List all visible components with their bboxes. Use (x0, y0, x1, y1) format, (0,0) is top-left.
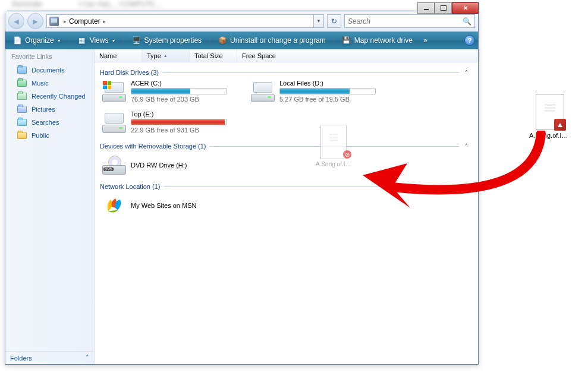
collapse-icon[interactable]: ˄ (463, 184, 473, 190)
toolbar: 📄 Organize ▼ ▦ Views ▼ 🖥️ System propert… (5, 31, 478, 49)
sidebar-item-music[interactable]: Music (5, 77, 94, 90)
refresh-button[interactable]: ↻ (327, 14, 341, 28)
uninstall-icon: 📦 (218, 36, 227, 45)
breadcrumb-location[interactable]: Computer (69, 17, 100, 26)
organize-button[interactable]: 📄 Organize ▼ (8, 34, 65, 47)
sidebar-item-recently-changed[interactable]: Recently Changed (5, 90, 94, 103)
toolbar-label: Uninstall or change a program (230, 36, 326, 45)
sidebar-item-label: Documents (32, 67, 65, 74)
address-bar-row: ◄ ► ▸ Computer ▸ ▼ ↻ 🔍 (5, 11, 478, 31)
computer-icon (49, 17, 59, 26)
desktop-file-pdf[interactable]: A.Song.of.Ic… (529, 94, 571, 139)
column-total-size[interactable]: Total Size (190, 49, 237, 62)
group-title: Devices with Removable Storage (1) (100, 143, 206, 150)
drag-ghost-file: ⊘ A.Song.of.Ic… (316, 125, 351, 167)
searches-icon (17, 118, 27, 127)
minimize-button[interactable] (417, 2, 435, 14)
help-button[interactable]: ? (464, 35, 475, 46)
column-headers: Name Type▲ Total Size Free Space (95, 49, 478, 62)
drive-c[interactable]: ACER (C:) 76.9 GB free of 203 GB (102, 80, 227, 103)
recent-icon (17, 91, 27, 101)
map-drive-button[interactable]: 💾 Map network drive (338, 34, 417, 47)
views-icon: ▦ (77, 36, 87, 45)
capacity-bar (131, 88, 227, 94)
chevron-down-icon: ▼ (111, 39, 115, 43)
chevron-right-icon[interactable]: ▸ (100, 18, 108, 24)
pdf-badge-icon (554, 119, 566, 131)
breadcrumb[interactable]: ▸ Computer ▸ ▼ (46, 14, 324, 28)
sidebar-item-public[interactable]: Public (5, 129, 94, 142)
chevron-down-icon: ▼ (57, 39, 61, 43)
views-button[interactable]: ▦ Views ▼ (73, 34, 120, 47)
column-type[interactable]: Type▲ (142, 49, 190, 62)
sidebar-item-label: Pictures (32, 106, 55, 113)
drive-e[interactable]: Top (E:) 22.9 GB free of 931 GB (102, 110, 227, 134)
toolbar-label: Organize (25, 36, 54, 45)
drive-free: 5.27 GB free of 19.5 GB (279, 96, 376, 103)
more-button[interactable]: » (419, 34, 432, 46)
sidebar: Favorite Links Documents Music Recently … (5, 49, 95, 364)
drive-name: Top (E:) (131, 110, 227, 118)
toolbar-label: Map network drive (354, 36, 413, 45)
collapse-icon[interactable]: ˄ (463, 143, 473, 150)
toolbar-label: System properties (144, 36, 202, 45)
back-button[interactable]: ◄ (8, 13, 24, 29)
close-button[interactable] (452, 2, 479, 14)
drive-name: Local Files (D:) (279, 80, 376, 87)
network-drive-icon: 💾 (342, 36, 351, 45)
search-icon: 🔍 (463, 17, 471, 26)
public-icon (17, 131, 27, 140)
drive-name: DVD RW Drive (H:) (131, 162, 187, 169)
folders-label: Folders (10, 355, 32, 362)
documents-icon (17, 65, 27, 75)
forward-button[interactable]: ► (27, 13, 43, 29)
sidebar-item-label: Public (32, 132, 49, 139)
sidebar-item-documents[interactable]: Documents (5, 64, 94, 77)
search-input[interactable] (348, 17, 463, 26)
explorer-window: ◄ ► ▸ Computer ▸ ▼ ↻ 🔍 📄 Organize ▼ ▦ Vi… (5, 11, 479, 365)
drive-dvd[interactable]: DVD DVD RW Drive (H:) (102, 153, 227, 177)
organize-icon: 📄 (12, 36, 22, 45)
music-icon (17, 78, 27, 88)
group-header-hdd[interactable]: Hard Disk Drives (3) ˄ (98, 67, 475, 77)
sidebar-header: Favorite Links (5, 49, 94, 64)
chevron-up-icon: ˄ (86, 354, 89, 362)
hdd-icon (251, 80, 275, 103)
msn-icon (102, 194, 126, 217)
uninstall-button[interactable]: 📦 Uninstall or change a program (213, 34, 330, 47)
group-title: Hard Disk Drives (3) (100, 69, 159, 76)
capacity-bar (279, 88, 376, 94)
file-label: A.Song.of.Ic… (529, 132, 571, 139)
sort-asc-icon: ▲ (163, 53, 168, 58)
network-msn[interactable]: My Web Sites on MSN (102, 194, 227, 217)
folders-expander[interactable]: Folders ˄ (5, 351, 94, 364)
drive-name: My Web Sites on MSN (131, 202, 196, 209)
toolbar-label: Views (90, 36, 109, 45)
breadcrumb-dropdown[interactable]: ▼ (313, 15, 323, 27)
collapse-icon[interactable]: ˄ (463, 69, 473, 76)
file-icon (536, 94, 564, 129)
computer-icon: 🖥️ (131, 36, 141, 45)
search-box[interactable]: 🔍 (344, 14, 475, 28)
maximize-button[interactable] (435, 2, 452, 14)
group-header-network[interactable]: Network Location (1) ˄ (98, 181, 475, 191)
hdd-icon (102, 110, 126, 134)
column-free-space[interactable]: Free Space (237, 49, 478, 62)
toolbar-label: » (423, 36, 427, 45)
sidebar-item-label: Searches (32, 119, 59, 126)
drive-free: 76.9 GB free of 203 GB (131, 96, 227, 103)
sidebar-item-label: Recently Changed (32, 93, 86, 100)
content-pane: Name Type▲ Total Size Free Space Hard Di… (95, 49, 478, 364)
drive-d[interactable]: Local Files (D:) 5.27 GB free of 19.5 GB (251, 80, 376, 103)
dvd-icon: DVD (102, 153, 126, 177)
column-name[interactable]: Name (95, 49, 142, 62)
chevron-right-icon[interactable]: ▸ (61, 18, 69, 24)
group-title: Network Location (1) (100, 183, 161, 190)
no-drop-icon: ⊘ (343, 150, 351, 159)
ghost-label: A.Song.of.Ic… (316, 161, 351, 167)
sidebar-item-pictures[interactable]: Pictures (5, 103, 94, 116)
group-header-removable[interactable]: Devices with Removable Storage (1) ˄ (98, 140, 475, 151)
sidebar-item-searches[interactable]: Searches (5, 116, 94, 129)
system-properties-button[interactable]: 🖥️ System properties (127, 34, 206, 47)
drive-free: 22.9 GB free of 931 GB (131, 127, 227, 134)
